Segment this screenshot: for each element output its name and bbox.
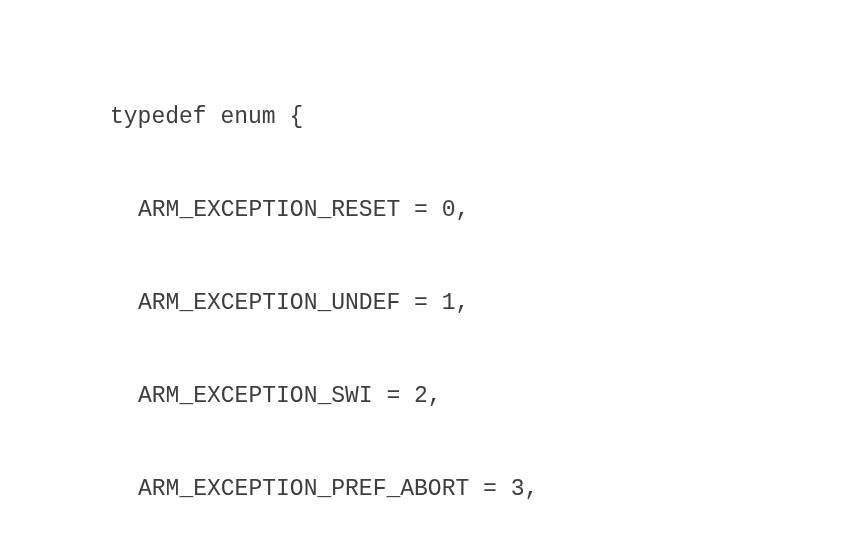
code-line-2: ARM_EXCEPTION_UNDEF = 1, (110, 288, 850, 319)
code-line-3: ARM_EXCEPTION_SWI = 2, (110, 381, 850, 412)
code-line-4: ARM_EXCEPTION_PREF_ABORT = 3, (110, 474, 850, 505)
page: typedef enum { ARM_EXCEPTION_RESET = 0, … (0, 0, 850, 544)
code-block: typedef enum { ARM_EXCEPTION_RESET = 0, … (110, 40, 850, 544)
code-line-1: ARM_EXCEPTION_RESET = 0, (110, 195, 850, 226)
code-line-0: typedef enum { (110, 102, 850, 133)
